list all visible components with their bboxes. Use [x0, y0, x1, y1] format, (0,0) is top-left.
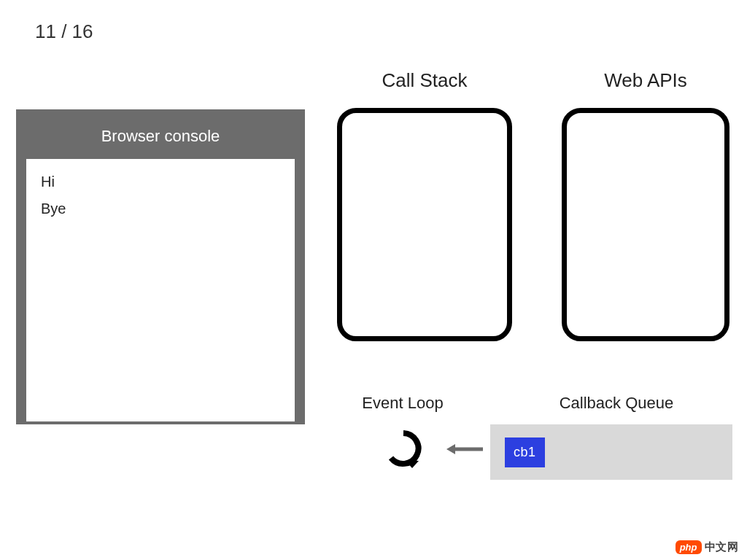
- console-body: Hi Bye: [26, 159, 295, 421]
- page-counter: 11 / 16: [35, 20, 93, 43]
- page-total: 16: [72, 20, 93, 42]
- web-apis-box: [562, 108, 729, 341]
- call-stack-box: [337, 108, 512, 341]
- loop-icon: [384, 429, 423, 471]
- console-line: Hi: [41, 174, 280, 190]
- watermark-text: 中文网: [705, 540, 739, 554]
- callback-queue-title: Callback Queue: [525, 394, 708, 413]
- event-loop-title: Event Loop: [337, 394, 468, 413]
- console-line: Bye: [41, 201, 280, 217]
- svg-marker-2: [446, 444, 455, 454]
- console-title: Browser console: [26, 120, 295, 159]
- browser-console-panel: Browser console Hi Bye: [16, 109, 305, 424]
- callback-queue-box: cb1: [490, 424, 732, 480]
- watermark: php 中文网: [676, 540, 738, 554]
- page-current: 11: [35, 20, 56, 42]
- arrow-left-icon: [445, 442, 484, 459]
- call-stack-title: Call Stack: [337, 69, 512, 92]
- web-apis-title: Web APIs: [562, 69, 729, 92]
- watermark-badge: php: [676, 540, 702, 554]
- callback-item: cb1: [505, 438, 545, 467]
